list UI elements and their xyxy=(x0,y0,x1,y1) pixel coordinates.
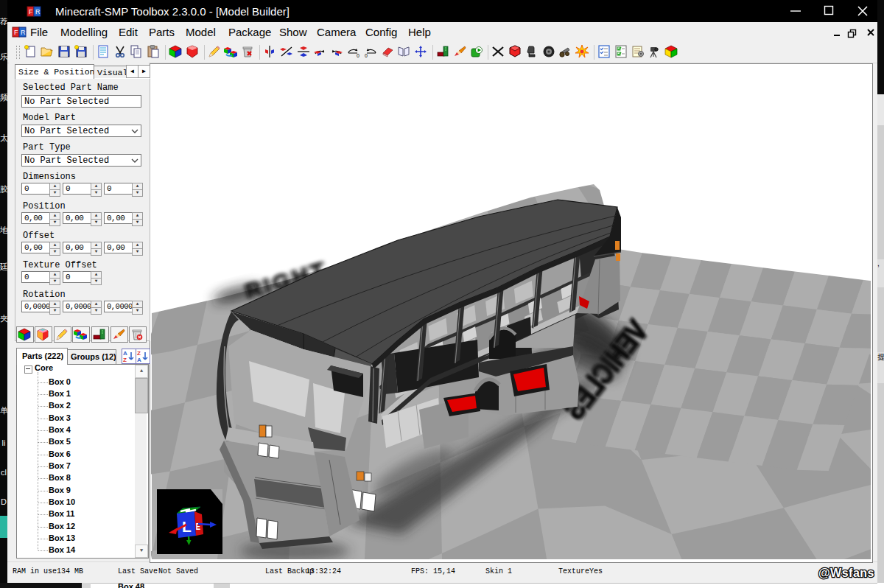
svg-text:A: A xyxy=(123,350,127,357)
svg-text:0: 0 xyxy=(365,53,368,58)
svg-text:A: A xyxy=(137,357,141,363)
svg-text:0: 0 xyxy=(357,53,359,58)
svg-text:@Wsfans: @Wsfans xyxy=(818,567,874,579)
svg-text:F: F xyxy=(14,29,18,36)
svg-text:E: E xyxy=(196,522,201,532)
svg-text:F: F xyxy=(29,8,33,15)
svg-text:Z: Z xyxy=(137,350,141,357)
svg-text:R: R xyxy=(35,8,41,15)
svg-text:R: R xyxy=(21,29,26,36)
svg-text:Z: Z xyxy=(123,357,127,363)
